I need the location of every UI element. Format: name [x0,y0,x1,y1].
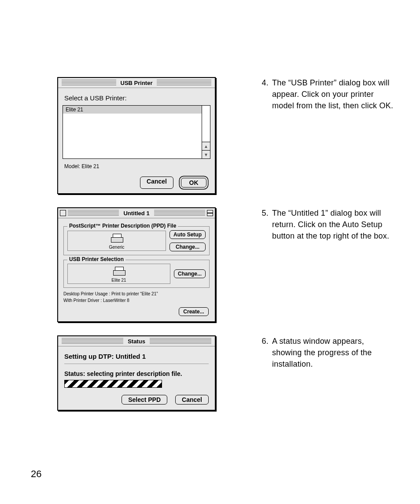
status-heading: Setting up DTP: Untitled 1 [64,353,209,360]
step-number: 4. [255,77,272,111]
select-printer-label: Select a USB Printer: [64,94,210,102]
cancel-button[interactable]: Cancel [140,177,173,189]
usb-group-label: USB Printer Selection [67,256,125,262]
scrollbar[interactable]: ▲ ▼ [202,106,210,158]
printer-list-content: Elite 21 [63,106,202,158]
ok-button[interactable]: OK [181,178,206,188]
usage-note-1: Desktop Printer Usage : Print to printer… [63,291,210,297]
untitled-body: PostScript™ Printer Description (PPD) Fi… [58,218,215,321]
usb-icon-caption: Elite 21 [70,278,168,283]
ppd-group-label: PostScript™ Printer Description (PPD) Fi… [67,223,178,229]
status-separator [64,364,209,364]
untitled-figure: Untitled 1 PostScript™ Printer Descripti… [57,207,242,322]
titlebar-stripes [68,210,119,216]
titlebar-stripes [150,338,211,344]
close-box-icon[interactable] [60,210,66,216]
printer-icon [113,267,125,276]
scroll-track[interactable] [202,106,210,142]
usage-note-2: With Printer Driver : LaserWriter 8 [63,297,210,304]
untitled-window: Untitled 1 PostScript™ Printer Descripti… [57,207,216,322]
ppd-groupbox: PostScript™ Printer Description (PPD) Fi… [63,226,210,255]
usb-group-inner: Elite 21 Change... [67,264,206,284]
usb-printer-window: USB Printer Select a USB Printer: Elite … [57,77,216,194]
step-number: 5. [255,207,272,242]
auto-setup-button[interactable]: Auto Setup [169,230,206,239]
usb-side-buttons: Change... [174,269,206,278]
step-body: A status window appears, showing the pro… [272,335,394,370]
untitled-titlebar: Untitled 1 [58,208,215,218]
step-5-text: 5. The “Untitled 1” dialog box will retu… [242,207,394,242]
progress-bar [64,380,162,388]
scroll-down-icon[interactable]: ▼ [202,150,210,158]
status-body: Setting up DTP: Untitled 1 Status: selec… [58,346,215,410]
titlebar-stripes [157,80,211,86]
printer-icon [111,234,122,243]
usb-icon-panel: Elite 21 [67,264,170,284]
select-ppd-button[interactable]: Select PPD [122,395,167,405]
usb-printer-figure: USB Printer Select a USB Printer: Elite … [57,77,242,194]
row-step-6: Status Setting up DTP: Untitled 1 Status… [26,335,394,411]
create-button-row: Create... [63,307,210,317]
status-titlebar: Status [58,336,215,346]
row-step-5: Untitled 1 PostScript™ Printer Descripti… [26,207,394,322]
page-number: 26 [31,468,41,480]
ppd-group-inner: Generic Auto Setup Change... [67,230,206,251]
usb-button-row: Cancel OK [63,177,210,189]
step-4-text: 4. The “USB Printer” dialog box will app… [242,77,394,111]
status-message: Status: selecting printer description fi… [64,370,209,377]
scroll-up-icon[interactable]: ▲ [202,142,210,150]
usage-notes: Desktop Printer Usage : Print to printer… [63,291,210,304]
window-title: Untitled 1 [121,210,152,217]
usb-printer-titlebar: USB Printer [58,78,215,88]
ppd-side-buttons: Auto Setup Change... [169,230,206,251]
titlebar-stripes [154,210,205,216]
change-usb-button[interactable]: Change... [174,269,206,278]
titlebar-stripes [62,338,123,344]
window-title: USB Printer [118,80,155,86]
titlebar-stripes [62,80,116,86]
ppd-icon-caption: Generic [70,245,164,250]
cancel-button[interactable]: Cancel [175,395,209,405]
status-window: Status Setting up DTP: Untitled 1 Status… [57,335,216,411]
status-button-row: Select PPD Cancel [64,395,209,405]
printer-listbox[interactable]: Elite 21 ▲ ▼ [63,105,210,159]
status-figure: Status Setting up DTP: Untitled 1 Status… [57,335,242,411]
usb-printer-body: Select a USB Printer: Elite 21 ▲ ▼ Model… [58,88,215,193]
step-6-text: 6. A status window appears, showing the … [242,335,394,370]
create-button[interactable]: Create... [179,307,209,316]
usb-selection-groupbox: USB Printer Selection Elite 21 Change... [63,260,210,288]
model-label: Model: Elite 21 [64,163,210,169]
change-ppd-button[interactable]: Change... [169,243,206,251]
collapse-box-icon[interactable] [207,210,213,216]
manual-page: USB Printer Select a USB Printer: Elite … [0,0,420,504]
ppd-icon-panel: Generic [67,231,166,251]
row-step-4: USB Printer Select a USB Printer: Elite … [26,77,394,194]
step-body: The “Untitled 1” dialog box will return.… [272,207,394,242]
step-body: The “USB Printer” dialog box will appear… [272,77,394,111]
step-number: 6. [255,335,272,370]
window-title: Status [125,338,148,345]
printer-list-item[interactable]: Elite 21 [63,106,202,114]
